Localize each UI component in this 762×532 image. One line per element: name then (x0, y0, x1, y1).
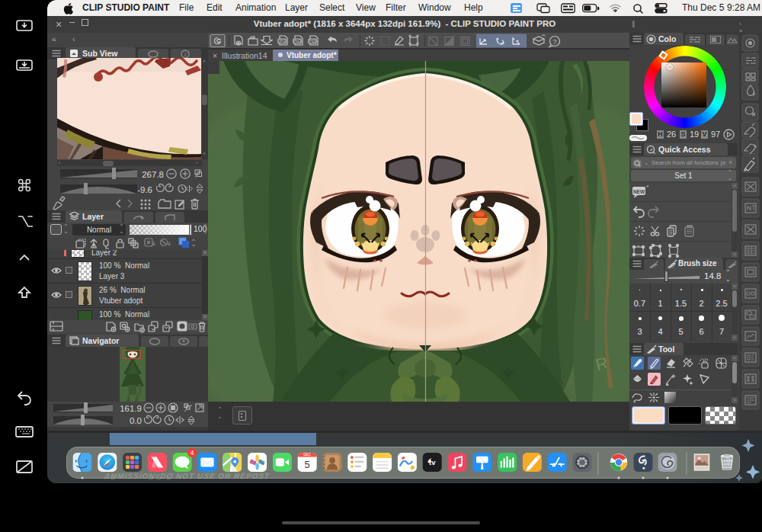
svg-text:267.8: 267.8 (142, 170, 164, 179)
svg-text:PNG: PNG (293, 40, 301, 43)
svg-text:i: i (184, 51, 187, 58)
svg-text:4: 4 (190, 449, 194, 457)
svg-text:NEW: NEW (633, 189, 645, 194)
svg-text:0.0: 0.0 (130, 416, 142, 425)
svg-text:PSD: PSD (309, 40, 316, 43)
svg-text:-9.6: -9.6 (137, 185, 152, 194)
svg-text:161.9: 161.9 (120, 404, 142, 413)
svg-text:JPG: JPG (279, 40, 286, 43)
svg-text:5: 5 (305, 459, 310, 470)
svg-text:?: ? (552, 38, 556, 46)
svg-text:DEC: DEC (303, 453, 312, 457)
